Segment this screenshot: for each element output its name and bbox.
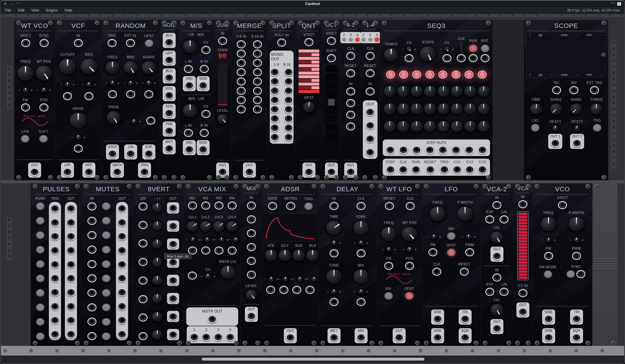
gain-knob[interactable] xyxy=(152,311,163,322)
fdbk-knob[interactable] xyxy=(353,220,370,236)
seq-knob-knob[interactable] xyxy=(410,103,423,115)
port-jack[interactable] xyxy=(329,249,339,257)
seq-knob-knob[interactable] xyxy=(383,120,397,133)
trim-knob[interactable] xyxy=(204,237,211,243)
out-jack[interactable] xyxy=(492,324,501,333)
trig-jack[interactable] xyxy=(50,274,60,282)
seq-knob-knob[interactable] xyxy=(410,120,423,133)
seq-knob-knob[interactable] xyxy=(477,103,490,115)
mono-out-jack[interactable] xyxy=(270,77,279,85)
port-jack[interactable] xyxy=(266,286,275,294)
port-jack[interactable] xyxy=(306,286,314,294)
collapse-chevrons-icon[interactable]: ⌃⌃ xyxy=(611,2,615,6)
in-jack[interactable] xyxy=(247,243,256,251)
wt-pos-knob[interactable] xyxy=(35,65,53,82)
step-led[interactable] xyxy=(412,70,421,79)
seq-knob-knob[interactable] xyxy=(397,103,410,115)
octave-step[interactable] xyxy=(326,91,337,97)
trim-knob[interactable] xyxy=(358,289,365,295)
trim-knob[interactable] xyxy=(573,237,580,243)
2-jack[interactable] xyxy=(202,333,211,341)
out-jack[interactable] xyxy=(66,218,75,226)
black-key[interactable] xyxy=(298,79,319,82)
step-out-jack[interactable] xyxy=(399,146,408,154)
saw-jack[interactable] xyxy=(433,333,442,341)
push-button[interactable] xyxy=(36,202,45,210)
push-button[interactable] xyxy=(36,231,45,239)
in-jack[interactable] xyxy=(329,202,339,210)
in-jack[interactable] xyxy=(492,273,501,282)
port-jack[interactable] xyxy=(214,246,223,255)
gain-knob[interactable] xyxy=(152,257,163,268)
mstr-out-jack[interactable] xyxy=(208,315,217,323)
saw-jack[interactable] xyxy=(544,333,553,341)
mid-jack[interactable] xyxy=(185,81,194,89)
out-jack[interactable] xyxy=(169,240,178,248)
in-jack[interactable] xyxy=(237,77,246,85)
seq-knob-knob[interactable] xyxy=(397,85,410,97)
exp-jack[interactable] xyxy=(485,288,494,296)
out-jack[interactable] xyxy=(66,204,75,212)
ofst-button[interactable] xyxy=(447,249,456,256)
trim-knob[interactable] xyxy=(311,276,317,282)
sync-button[interactable] xyxy=(566,270,575,278)
reset-jack[interactable] xyxy=(460,268,469,276)
reset-jack[interactable] xyxy=(366,69,375,77)
out-jack[interactable] xyxy=(118,330,126,338)
shift-jack[interactable] xyxy=(327,54,336,62)
out-jack[interactable] xyxy=(66,246,75,254)
selector-option[interactable]: 3 xyxy=(368,33,372,41)
seq-knob-knob[interactable] xyxy=(410,85,423,97)
in-jack[interactable] xyxy=(237,87,246,95)
out-2-jack[interactable] xyxy=(572,139,582,147)
clk-jack[interactable] xyxy=(432,268,441,276)
trig-jack[interactable] xyxy=(50,288,60,296)
pos-jack[interactable] xyxy=(39,103,48,112)
blu-jack[interactable] xyxy=(165,74,174,82)
gain-knob[interactable] xyxy=(152,202,163,213)
1-jack[interactable] xyxy=(190,333,199,341)
ext-trg-jack[interactable] xyxy=(590,86,599,94)
seq-knob-knob[interactable] xyxy=(423,120,437,133)
pos-jack[interactable] xyxy=(405,262,414,270)
trig-button[interactable] xyxy=(304,202,313,210)
wet-jack[interactable] xyxy=(329,333,339,341)
trig-jack[interactable] xyxy=(140,168,149,176)
in-jack[interactable] xyxy=(237,59,246,67)
mono-out-jack[interactable] xyxy=(270,133,279,141)
in3-jack[interactable] xyxy=(214,201,223,210)
seq-knob-knob[interactable] xyxy=(464,103,477,115)
3-jack[interactable] xyxy=(214,333,223,341)
in-jack[interactable] xyxy=(247,257,256,265)
port-jack[interactable] xyxy=(146,116,155,125)
in-jack[interactable] xyxy=(237,68,246,76)
port-jack[interactable] xyxy=(228,246,237,255)
push-button[interactable] xyxy=(36,275,45,282)
out-jack[interactable] xyxy=(169,331,178,339)
h-scrollbar-thumb[interactable] xyxy=(202,358,424,361)
step-led[interactable] xyxy=(438,70,447,79)
fm-mode-button[interactable] xyxy=(544,270,552,278)
white-key[interactable] xyxy=(298,75,319,79)
out-jack[interactable] xyxy=(66,302,75,310)
in-jack[interactable] xyxy=(87,303,96,311)
mono-out-jack[interactable] xyxy=(284,96,293,104)
menu-item-help[interactable]: Help xyxy=(64,8,75,13)
trig-jack[interactable] xyxy=(50,204,60,212)
v-oct-jack[interactable] xyxy=(558,201,567,209)
clk-jack[interactable] xyxy=(346,52,355,60)
inv-button[interactable] xyxy=(447,232,456,240)
ofst-button[interactable] xyxy=(405,292,414,300)
out-jack[interactable] xyxy=(118,246,126,254)
selector-option[interactable]: 3 xyxy=(349,33,353,41)
in-jack[interactable] xyxy=(247,201,256,210)
out-jack[interactable] xyxy=(118,218,126,226)
in-jack[interactable] xyxy=(253,87,262,95)
thres-knob[interactable] xyxy=(590,103,603,115)
gain-knob[interactable] xyxy=(152,275,163,286)
cv2-jack[interactable] xyxy=(465,165,474,173)
lx2-button[interactable] xyxy=(531,124,539,132)
soft-button[interactable] xyxy=(39,135,48,143)
cv-jack[interactable] xyxy=(201,110,211,118)
port-jack[interactable] xyxy=(442,54,451,62)
